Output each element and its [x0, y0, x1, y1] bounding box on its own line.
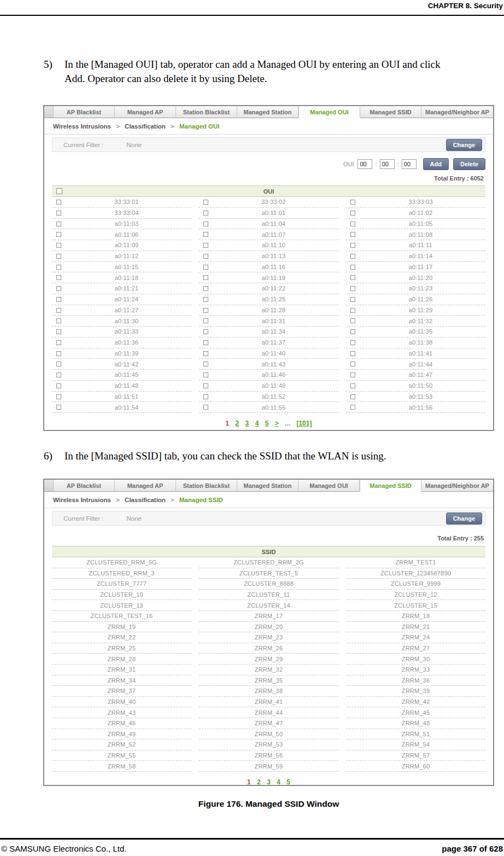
table-row: ZRRM_46ZRRM_47ZRRM_48 — [52, 718, 485, 729]
tab-ap-blacklist[interactable]: AP Blacklist — [54, 480, 115, 492]
row-checkbox[interactable] — [203, 318, 208, 323]
row-checkbox[interactable] — [203, 351, 208, 356]
page-link[interactable]: 3 — [245, 420, 249, 427]
row-checkbox[interactable] — [350, 329, 355, 334]
row-checkbox[interactable] — [203, 243, 208, 248]
row-checkbox[interactable] — [350, 275, 355, 280]
row-checkbox[interactable] — [350, 318, 355, 323]
row-checkbox[interactable] — [56, 351, 61, 356]
tab-managed-ap[interactable]: Managed AP — [115, 106, 176, 118]
row-checkbox[interactable] — [203, 265, 208, 270]
row-checkbox[interactable] — [203, 254, 208, 259]
row-checkbox[interactable] — [56, 254, 61, 259]
row-checkbox[interactable] — [203, 362, 208, 366]
row-checkbox[interactable] — [203, 211, 208, 216]
row-checkbox[interactable] — [56, 200, 61, 205]
page-link[interactable]: 3 — [267, 778, 271, 786]
delete-button[interactable]: Delete — [453, 158, 485, 170]
tab-managed-oui[interactable]: Managed OUI — [298, 106, 360, 118]
select-all-checkbox[interactable] — [56, 188, 62, 194]
tab-station-blacklist[interactable]: Station Blacklist — [176, 106, 237, 118]
row-checkbox[interactable] — [56, 222, 61, 226]
row-checkbox[interactable] — [56, 232, 61, 237]
row-checkbox[interactable] — [56, 329, 61, 334]
row-checkbox[interactable] — [56, 243, 61, 248]
row-checkbox[interactable] — [350, 200, 355, 205]
row-checkbox[interactable] — [203, 200, 208, 205]
row-checkbox[interactable] — [350, 265, 355, 270]
tab-managed-ssid[interactable]: Managed SSID — [360, 106, 421, 118]
breadcrumb-item-classification[interactable]: Classification — [125, 497, 166, 503]
tab-managed-ap[interactable]: Managed AP — [115, 480, 176, 492]
row-checkbox[interactable] — [350, 243, 355, 248]
row-checkbox[interactable] — [56, 362, 61, 366]
page-ellipsis: ... — [285, 420, 290, 427]
tab-managed-ssid[interactable]: Managed SSID — [360, 480, 421, 492]
breadcrumb-item-wireless-intrusions[interactable]: Wireless Intrusions — [53, 123, 111, 130]
tab-managed-neighbor-ap[interactable]: Managed/Neighbor AP — [421, 106, 493, 118]
row-checkbox[interactable] — [350, 383, 355, 388]
row-checkbox[interactable] — [203, 297, 208, 302]
tab-station-blacklist[interactable]: Station Blacklist — [176, 480, 237, 492]
row-checkbox[interactable] — [203, 275, 208, 280]
row-checkbox[interactable] — [203, 394, 208, 399]
row-checkbox[interactable] — [56, 405, 61, 410]
page-link[interactable]: 5 — [265, 420, 269, 427]
row-checkbox[interactable] — [203, 232, 208, 237]
row-checkbox[interactable] — [203, 383, 208, 388]
page-next-link[interactable]: > — [275, 420, 279, 427]
oui-input-3[interactable] — [402, 159, 417, 169]
page-link[interactable]: 5 — [286, 778, 290, 786]
row-checkbox[interactable] — [56, 211, 61, 216]
row-checkbox[interactable] — [350, 340, 355, 345]
page-link[interactable]: 4 — [277, 778, 280, 786]
tab-ap-blacklist[interactable]: AP Blacklist — [54, 106, 115, 118]
row-checkbox[interactable] — [350, 372, 355, 377]
page-link[interactable]: 2 — [236, 420, 239, 427]
row-checkbox[interactable] — [203, 286, 208, 291]
row-checkbox[interactable] — [203, 372, 208, 377]
breadcrumb-item-classification[interactable]: Classification — [125, 123, 166, 130]
row-checkbox[interactable] — [350, 394, 355, 399]
row-checkbox[interactable] — [350, 211, 355, 216]
row-checkbox[interactable] — [56, 265, 61, 270]
page-last-link[interactable]: [101] — [296, 420, 312, 427]
oui-input-2[interactable] — [380, 159, 395, 169]
page-link[interactable]: 4 — [255, 420, 259, 427]
add-button[interactable]: Add — [423, 158, 449, 170]
row-checkbox[interactable] — [56, 394, 61, 399]
row-checkbox[interactable] — [350, 351, 355, 356]
row-checkbox[interactable] — [56, 372, 61, 377]
page-link[interactable]: 2 — [257, 778, 261, 786]
row-checkbox[interactable] — [56, 318, 61, 323]
row-checkbox[interactable] — [56, 383, 61, 388]
row-checkbox[interactable] — [56, 308, 61, 313]
breadcrumb-item-wireless-intrusions[interactable]: Wireless Intrusions — [53, 497, 111, 503]
row-checkbox[interactable] — [56, 340, 61, 345]
row-checkbox[interactable] — [56, 286, 61, 291]
oui-value: a0:11:34 — [252, 328, 286, 335]
row-checkbox[interactable] — [350, 297, 355, 302]
tab-managed-oui[interactable]: Managed OUI — [298, 480, 360, 492]
row-checkbox[interactable] — [350, 254, 355, 259]
row-checkbox[interactable] — [350, 286, 355, 291]
tab-managed-neighbor-ap[interactable]: Managed/Neighbor AP — [421, 480, 493, 492]
change-button[interactable]: Change — [446, 139, 482, 151]
table-row: ZRRM_28ZRRM_29ZRRM_30 — [52, 654, 485, 665]
row-checkbox[interactable] — [203, 308, 208, 313]
row-checkbox[interactable] — [203, 340, 208, 345]
row-checkbox[interactable] — [350, 308, 355, 313]
row-checkbox[interactable] — [350, 232, 355, 237]
row-checkbox[interactable] — [56, 297, 61, 302]
row-checkbox[interactable] — [350, 405, 355, 410]
tab-managed-station[interactable]: Managed Station — [237, 480, 298, 492]
row-checkbox[interactable] — [350, 222, 355, 226]
change-button[interactable]: Change — [446, 513, 482, 525]
row-checkbox[interactable] — [56, 275, 61, 280]
row-checkbox[interactable] — [350, 362, 355, 366]
row-checkbox[interactable] — [203, 222, 208, 226]
tab-managed-station[interactable]: Managed Station — [237, 106, 298, 118]
oui-input-1[interactable] — [358, 159, 372, 169]
row-checkbox[interactable] — [203, 405, 208, 410]
row-checkbox[interactable] — [203, 329, 208, 334]
